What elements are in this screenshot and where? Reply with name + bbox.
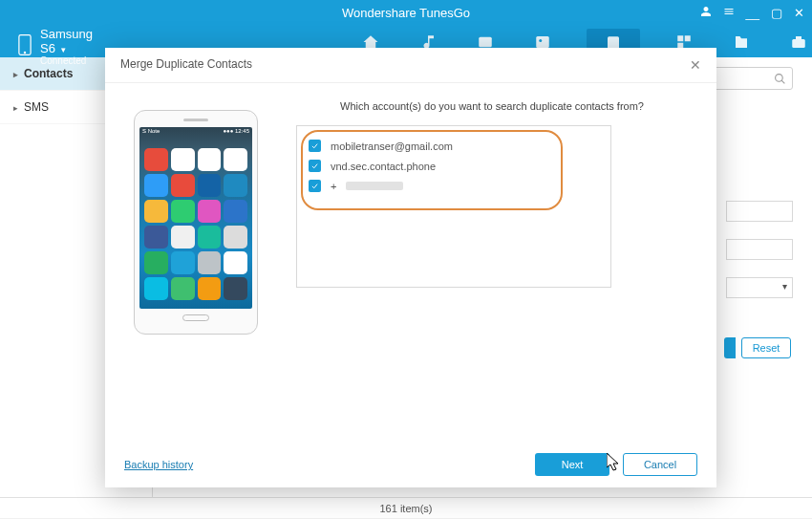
svg-rect-3 <box>536 36 549 48</box>
svg-rect-7 <box>685 35 691 41</box>
dialog-question: Which account(s) do you want to search d… <box>296 100 688 112</box>
svg-rect-10 <box>796 36 801 39</box>
redacted-text <box>346 182 403 190</box>
titlebar: Wondershare TunesGo __ ▢ ✕ <box>0 0 812 25</box>
account-checkbox[interactable] <box>309 140 321 152</box>
minimize-icon[interactable]: __ <box>746 6 759 20</box>
dialog-title: Merge Duplicate Contacts <box>120 57 252 73</box>
statusbar: 161 item(s) <box>0 497 812 518</box>
account-list: mobiletranser@gmail.com vnd.sec.contact.… <box>296 125 611 288</box>
cancel-button[interactable]: Cancel <box>623 453 697 476</box>
app-title: Wondershare TunesGo <box>342 6 470 20</box>
item-count: 161 item(s) <box>379 503 432 514</box>
svg-point-11 <box>776 74 783 81</box>
merge-contacts-dialog: Merge Duplicate Contacts ✕ S Note●●● 12:… <box>105 48 716 487</box>
account-panel: Which account(s) do you want to search d… <box>296 100 688 424</box>
dialog-header: Merge Duplicate Contacts ✕ <box>105 48 716 83</box>
account-label: + <box>331 181 336 192</box>
svg-point-1 <box>24 52 26 54</box>
detail-field[interactable] <box>726 239 793 260</box>
close-icon[interactable]: ✕ <box>690 57 701 73</box>
device-name: Samsung S6 <box>40 27 93 55</box>
window-controls: __ ▢ ✕ <box>700 6 804 20</box>
chevron-down-icon: ▾ <box>61 45 66 54</box>
dialog-footer: Backup history Next Cancel <box>105 442 716 487</box>
reset-button[interactable]: Reset <box>741 337 791 358</box>
svg-rect-9 <box>792 39 805 48</box>
account-label: mobiletranser@gmail.com <box>331 141 453 152</box>
account-checkbox[interactable] <box>309 180 321 192</box>
detail-fields <box>726 201 793 298</box>
phone-illustration: S Note●●● 12:45 <box>134 110 258 335</box>
tab-toolbox-icon[interactable] <box>785 29 812 55</box>
detail-select[interactable] <box>726 277 793 298</box>
account-checkbox[interactable] <box>309 160 321 172</box>
cursor-icon <box>607 453 622 472</box>
backup-history-link[interactable]: Backup history <box>124 459 193 470</box>
phone-icon <box>17 34 32 58</box>
account-row: vnd.sec.contact.phone <box>309 156 599 176</box>
tab-files-icon[interactable] <box>728 29 755 55</box>
svg-point-4 <box>539 39 542 42</box>
account-row: + <box>309 176 599 196</box>
close-icon[interactable]: ✕ <box>794 6 804 20</box>
maximize-icon[interactable]: ▢ <box>771 6 782 20</box>
account-row: mobiletranser@gmail.com <box>309 136 599 156</box>
menu-icon[interactable] <box>723 6 735 20</box>
svg-rect-2 <box>479 37 492 48</box>
svg-rect-6 <box>677 35 683 41</box>
detail-field[interactable] <box>726 201 793 222</box>
search-icon <box>774 73 786 85</box>
primary-chip <box>724 337 736 358</box>
svg-line-12 <box>781 80 784 83</box>
account-label: vnd.sec.contact.phone <box>331 161 436 172</box>
user-icon[interactable] <box>700 6 712 20</box>
next-button[interactable]: Next <box>535 453 609 476</box>
